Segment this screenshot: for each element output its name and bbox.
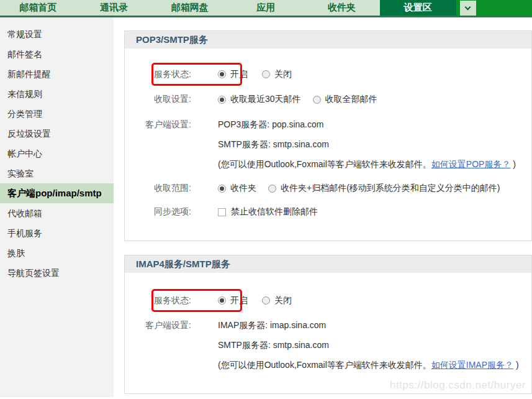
imap4-status-off-label: 关闭 xyxy=(274,295,292,306)
radio-selected-icon[interactable] xyxy=(218,296,226,305)
chevron-down-icon xyxy=(465,4,471,10)
client-setting-label: 客户端设置: xyxy=(125,315,191,375)
pop3-status-off-option[interactable]: 关闭 xyxy=(262,69,292,80)
pop3-sync-option-row: 同步选项: 禁止收信软件删除邮件 xyxy=(125,206,531,218)
radio-selected-icon[interactable] xyxy=(218,185,226,193)
nav-tab-apps[interactable]: 应用 xyxy=(228,0,304,16)
imap4-status-off-option[interactable]: 关闭 xyxy=(262,295,292,306)
csdn-watermark: https://blog.csdn.net/huryer xyxy=(390,379,526,392)
imap4-client-note: (您可以使用Outlook,Foxmail等客户端软件来收发邮件。如何设置IMA… xyxy=(218,355,519,375)
sidebar-item-nav-tabs-setting[interactable]: 导航页签设置 xyxy=(0,263,114,283)
smtp-server-value: SMTP服务器: smtp.sina.com xyxy=(218,134,516,154)
pop3-service-status-row: 服务状态: 开启 关闭 xyxy=(125,63,531,86)
client-setting-label: 客户端设置: xyxy=(125,114,191,174)
note-text: (您可以使用Outlook,Foxmail等客户端软件来收发邮件。 xyxy=(218,159,431,169)
note-suffix: ) xyxy=(510,159,516,169)
radio-unselected-icon[interactable] xyxy=(262,296,270,305)
scope-inbox-archive-option[interactable]: 收件夹+归档邮件(移动到系统分类和自定义分类中的邮件) xyxy=(268,183,500,194)
scope-inbox-archive-label: 收件夹+归档邮件(移动到系统分类和自定义分类中的邮件) xyxy=(281,183,500,194)
sidebar-item-lab[interactable]: 实验室 xyxy=(0,163,114,183)
nav-right-filler xyxy=(456,0,532,16)
nav-tab-contacts[interactable]: 通讯录 xyxy=(76,0,151,16)
fetch-recent30-option[interactable]: 收取最近30天邮件 xyxy=(218,94,301,105)
service-status-label: 服务状态: xyxy=(125,295,191,306)
fetch-scope-label: 收取范围: xyxy=(125,183,191,194)
settings-content: POP3/SMTP服务 服务状态: 开启 关闭 xyxy=(114,17,532,397)
fetch-setting-label: 收取设置: xyxy=(125,94,191,105)
sidebar-item-general[interactable]: 常规设置 xyxy=(0,24,114,44)
pop3-fetch-scope-row: 收取范围: 收件夹 收件夹+归档邮件(移动到系统分类和自定义分类中的邮件) xyxy=(125,182,531,195)
radio-unselected-icon[interactable] xyxy=(262,70,270,78)
imap4-status-on-option[interactable]: 开启 xyxy=(218,295,248,306)
imap4-status-on-label: 开启 xyxy=(230,295,248,306)
nav-tab-settings-active[interactable]: 设置区 xyxy=(380,0,456,16)
checkbox-unchecked-icon[interactable] xyxy=(218,208,226,216)
forbid-delete-option[interactable]: 禁止收信软件删除邮件 xyxy=(218,206,318,218)
imap-server-value: IMAP服务器: imap.sina.com xyxy=(218,315,519,335)
pop3-client-note: (您可以使用Outlook,Foxmail等客户端软件来收发邮件。如何设置POP… xyxy=(218,154,516,174)
settings-sidebar: 常规设置 邮件签名 新邮件提醒 来信规则 分类管理 反垃圾设置 帐户中心 实验室… xyxy=(0,17,114,397)
scope-inbox-option[interactable]: 收件夹 xyxy=(218,183,256,194)
pop3-section-title: POP3/SMTP服务 xyxy=(125,31,531,48)
sidebar-item-mail-rules[interactable]: 来信规则 xyxy=(0,84,114,104)
fetch-all-option[interactable]: 收取全部邮件 xyxy=(313,94,377,105)
sidebar-item-skin[interactable]: 换肤 xyxy=(0,243,114,263)
sync-option-label: 同步选项: xyxy=(125,206,191,218)
fetch-all-label: 收取全部邮件 xyxy=(325,94,377,105)
forbid-delete-label: 禁止收信软件删除邮件 xyxy=(231,206,318,218)
sidebar-item-antispam[interactable]: 反垃圾设置 xyxy=(0,124,114,144)
pop3-smtp-section: POP3/SMTP服务 服务状态: 开启 关闭 xyxy=(124,30,532,241)
pop3-status-on-option[interactable]: 开启 xyxy=(218,69,248,80)
pop3-client-setting-block: 客户端设置: POP3服务器: pop.sina.com SMTP服务器: sm… xyxy=(125,114,531,174)
note-text: (您可以使用Outlook,Foxmail等客户端软件来收发邮件。 xyxy=(218,360,431,370)
sidebar-item-mobile-service[interactable]: 手机服务 xyxy=(0,223,114,243)
imap4-client-setting-block: 客户端设置: IMAP服务器: imap.sina.com SMTP服务器: s… xyxy=(125,315,531,375)
top-navbar: 邮箱首页 通讯录 邮箱网盘 应用 收件夹 设置区 xyxy=(0,0,532,17)
how-to-set-imap-link[interactable]: 如何设置IMAP服务？ xyxy=(431,360,513,370)
sidebar-item-pop-imap-smtp[interactable]: 客户端pop/imap/smtp xyxy=(0,183,114,203)
sidebar-item-signature[interactable]: 邮件签名 xyxy=(0,44,114,64)
sidebar-item-category[interactable]: 分类管理 xyxy=(0,104,114,124)
scope-inbox-label: 收件夹 xyxy=(230,183,256,194)
sidebar-item-account-center[interactable]: 帐户中心 xyxy=(0,144,114,163)
fetch-recent30-label: 收取最近30天邮件 xyxy=(230,94,301,105)
pop3-status-on-label: 开启 xyxy=(230,69,248,80)
pop3-fetch-setting-row: 收取设置: 收取最近30天邮件 收取全部邮件 xyxy=(125,93,531,106)
service-status-label: 服务状态: xyxy=(125,69,191,80)
nav-tab-netdisk[interactable]: 邮箱网盘 xyxy=(152,0,228,16)
sidebar-item-new-mail-alert[interactable]: 新邮件提醒 xyxy=(0,64,114,84)
sidebar-item-collect-mailbox[interactable]: 代收邮箱 xyxy=(0,203,114,223)
nav-tab-mail-home[interactable]: 邮箱首页 xyxy=(0,0,76,16)
pop3-status-off-label: 关闭 xyxy=(274,69,292,80)
pop3-server-value: POP3服务器: pop.sina.com xyxy=(218,114,516,134)
settings-dropdown-button[interactable] xyxy=(460,1,476,16)
radio-selected-icon[interactable] xyxy=(218,96,226,104)
how-to-set-pop-link[interactable]: 如何设置POP服务？ xyxy=(431,159,511,169)
imap4-service-status-row: 服务状态: 开启 关闭 xyxy=(125,289,531,312)
smtp-server-value: SMTP服务器: smtp.sina.com xyxy=(218,335,519,355)
radio-unselected-icon[interactable] xyxy=(268,185,276,193)
note-suffix: ) xyxy=(513,360,519,370)
radio-selected-icon[interactable] xyxy=(218,70,226,78)
imap4-section-title: IMAP4服务/SMTP服务 xyxy=(125,255,531,273)
imap4-smtp-section: IMAP4服务/SMTP服务 服务状态: 开启 关闭 xyxy=(124,255,532,394)
radio-unselected-icon[interactable] xyxy=(313,96,321,104)
nav-tab-inbox[interactable]: 收件夹 xyxy=(304,0,379,16)
